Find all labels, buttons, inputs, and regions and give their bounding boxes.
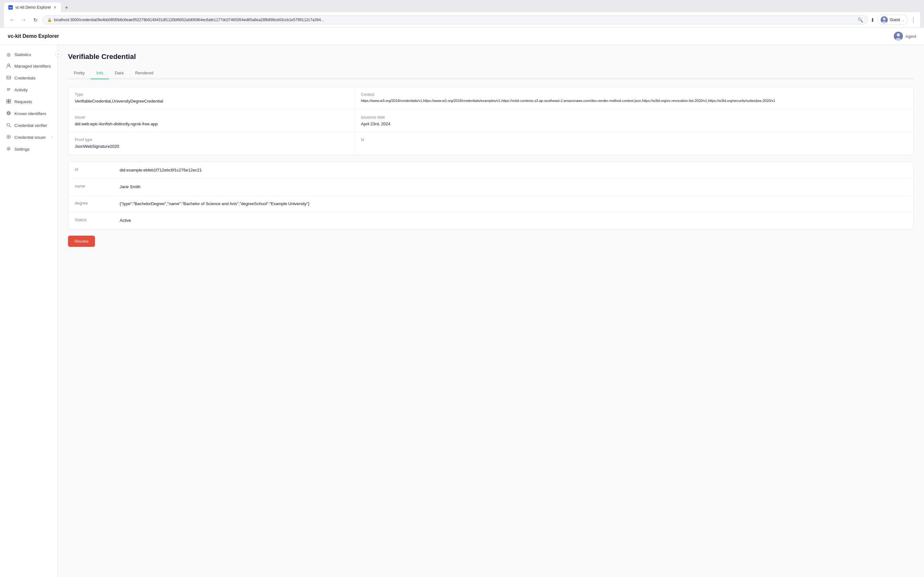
type-value: VerifiableCredential,UniversityDegreeCre…	[75, 98, 348, 105]
subject-status-row: Status Active	[68, 212, 913, 229]
sidebar-item-credential-issuer[interactable]: Credential issuer ›	[0, 131, 57, 143]
svg-point-8	[8, 77, 9, 78]
chevron-down-icon: ⌄	[902, 18, 905, 22]
sidebar: ◎ Statistics Managed identifiers Credent…	[0, 45, 58, 577]
nav-right: ⬇ Guest ⌄ ⋮	[871, 15, 916, 25]
sidebar-item-requests[interactable]: Requests	[0, 96, 57, 108]
address-bar[interactable]: 🔒 localhost:3000/credential/9e4bb085f0b6…	[42, 15, 868, 24]
forward-button[interactable]: →	[19, 15, 28, 24]
url-text: localhost:3000/credential/9e4bb085f0b6c6…	[54, 18, 856, 22]
type-cell: Type VerifiableCredential,UniversityDegr…	[68, 87, 354, 110]
known-identifiers-icon	[6, 111, 11, 116]
svg-rect-14	[7, 99, 9, 101]
tab-title: vc-kit Demo Explorer	[15, 5, 51, 10]
sidebar-label-credential-verifier: Credential verifier	[15, 123, 47, 128]
subject-name-key: name	[75, 184, 120, 189]
proof-id-row: Proof type JsonWebSignature2020 Id	[68, 132, 913, 155]
app-header-right: Agent	[894, 32, 916, 41]
subject-name-row: name Jane Smith	[68, 179, 913, 195]
subject-status-value: Active	[120, 218, 907, 224]
download-button[interactable]: ⬇	[871, 17, 875, 23]
credential-verifier-icon	[6, 123, 11, 128]
sidebar-item-activity[interactable]: Activity	[0, 84, 57, 96]
svg-point-4	[897, 33, 900, 37]
sidebar-label-statistics: Statistics	[15, 52, 31, 57]
sidebar-label-activity: Activity	[15, 87, 27, 92]
id-cell: Id	[355, 132, 913, 155]
subject-id-value: did:example:ebfeb1f712ebc6f1c276e12ec21	[120, 167, 907, 173]
sidebar-label-managed-identifiers: Managed identifiers	[15, 64, 51, 69]
profile-avatar	[881, 16, 888, 23]
profile-button[interactable]: Guest ⌄	[877, 15, 908, 25]
lock-icon: 🔒	[47, 18, 52, 22]
tab-rendered[interactable]: Rendered	[129, 67, 159, 79]
issuance-date-value: April 23rd, 2024	[361, 121, 907, 127]
issuance-date-cell: Issuance date April 23rd, 2024	[355, 110, 913, 132]
nav-bar: ← → ↻ 🔒 localhost:3000/credential/9e4bb0…	[4, 12, 920, 28]
subject-name-value: Jane Smith	[120, 184, 907, 190]
issuer-label: Issuer	[75, 115, 348, 119]
issuer-cell: Issuer did:web:epic-lionfish-distinctly.…	[68, 110, 354, 132]
profile-label: Guest	[890, 18, 900, 22]
tab-bar: vc vc-kit Demo Explorer × +	[4, 3, 920, 12]
back-button[interactable]: ←	[8, 15, 17, 24]
svg-point-6	[8, 64, 10, 66]
main-content: Verifiable Credential Pretty Info Data R…	[58, 45, 924, 577]
sidebar-label-settings: Settings	[15, 147, 29, 152]
issuance-date-label: Issuance date	[361, 115, 907, 119]
browser-tab-active[interactable]: vc vc-kit Demo Explorer ×	[4, 3, 61, 12]
refresh-button[interactable]: ↻	[31, 15, 40, 24]
tab-close-button[interactable]: ×	[53, 5, 56, 10]
issuer-date-row: Issuer did:web:epic-lionfish-distinctly.…	[68, 110, 913, 133]
revoke-button[interactable]: Revoke	[68, 235, 95, 247]
sidebar-item-credential-verifier[interactable]: Credential verifier	[0, 119, 57, 131]
tab-data[interactable]: Data	[109, 67, 129, 79]
subject-id-row: id did:example:ebfeb1f712ebc6f1c276e12ec…	[68, 162, 913, 179]
app-body: ◎ Statistics Managed identifiers Credent…	[0, 45, 924, 577]
sidebar-item-credentials[interactable]: Credentials	[0, 72, 57, 84]
activity-icon	[6, 87, 11, 93]
app-header: vc-kit Demo Explorer Agent	[0, 28, 924, 45]
context-cell: Context https://www.w3.org/2018/credenti…	[355, 87, 913, 110]
sidebar-item-known-identifiers[interactable]: Known identifiers	[0, 108, 57, 119]
proof-type-value: JsonWebSignature2020	[75, 143, 348, 150]
new-tab-button[interactable]: +	[62, 3, 71, 12]
sidebar-collapse-button[interactable]: ‹	[55, 51, 61, 57]
svg-rect-17	[9, 102, 11, 103]
requests-icon	[6, 99, 11, 105]
svg-line-23	[10, 126, 11, 127]
svg-point-1	[883, 18, 885, 20]
browser-menu-button[interactable]: ⋮	[911, 16, 916, 23]
browser-chrome: vc vc-kit Demo Explorer × + ← → ↻ 🔒 loca…	[0, 0, 924, 28]
app-container: vc-kit Demo Explorer Agent ◎ Statistics	[0, 28, 924, 577]
credentials-icon	[6, 75, 11, 81]
app-title: vc-kit Demo Explorer	[8, 33, 59, 39]
search-icon[interactable]: 🔍	[858, 17, 863, 23]
page-title: Verifiable Credential	[68, 53, 914, 61]
subject-section: id did:example:ebfeb1f712ebc6f1c276e12ec…	[68, 161, 914, 229]
context-label: Context	[361, 92, 907, 97]
svg-point-18	[7, 111, 11, 115]
agent-label: Agent	[905, 34, 916, 39]
subject-degree-key: degree	[75, 201, 120, 205]
subject-id-key: id	[75, 167, 120, 172]
expand-icon: ›	[51, 135, 52, 139]
type-label: Type	[75, 92, 348, 97]
statistics-icon: ◎	[6, 52, 11, 57]
tab-bar: Pretty Info Data Rendered	[68, 67, 914, 79]
svg-rect-15	[9, 99, 11, 101]
agent-avatar	[894, 32, 903, 41]
sidebar-item-managed-identifiers[interactable]: Managed identifiers	[0, 60, 57, 72]
sidebar-label-requests: Requests	[15, 99, 32, 104]
sidebar-item-settings[interactable]: Settings	[0, 143, 57, 155]
svg-rect-16	[7, 102, 9, 103]
subject-status-key: Status	[75, 218, 120, 222]
sidebar-item-statistics[interactable]: ◎ Statistics	[0, 49, 57, 60]
subject-degree-value: {"type":"BachelorDegree","name":"Bachelo…	[120, 201, 907, 207]
tab-pretty[interactable]: Pretty	[68, 67, 90, 79]
credential-info-grid: Type VerifiableCredential,UniversityDegr…	[68, 87, 914, 155]
tab-info[interactable]: Info	[90, 67, 109, 79]
id-label: Id	[361, 137, 907, 142]
svg-point-27	[8, 148, 10, 150]
type-context-row: Type VerifiableCredential,UniversityDegr…	[68, 87, 913, 110]
